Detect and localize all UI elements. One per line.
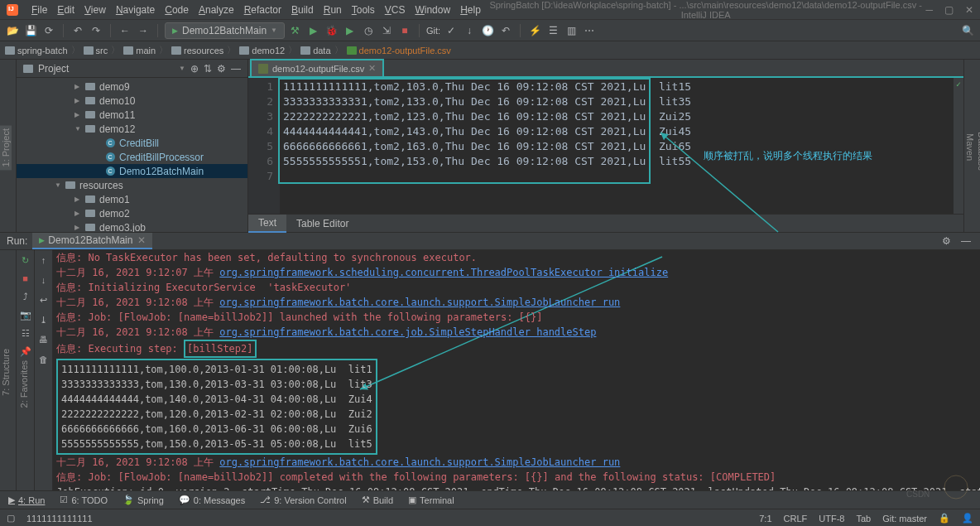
- gear-icon[interactable]: ⚙: [217, 63, 226, 75]
- tree-item-demo10[interactable]: ▶demo10: [17, 94, 247, 108]
- layout-icon[interactable]: ☷: [19, 326, 32, 340]
- hide-icon[interactable]: —: [958, 234, 973, 249]
- menu-refactor[interactable]: Refactor: [239, 4, 286, 16]
- structure-tool-tab[interactable]: 7: Structure: [0, 345, 12, 399]
- project-tool-tab[interactable]: 1: Project: [0, 125, 12, 170]
- menu-navigate[interactable]: Navigate: [111, 4, 160, 16]
- back-icon[interactable]: ←: [118, 23, 132, 38]
- editor-content[interactable]: 1234567 1111111111111,tom2,103.0,Thu Dec…: [248, 78, 963, 214]
- forward-icon[interactable]: →: [136, 23, 151, 38]
- close-tab-icon[interactable]: ✕: [368, 63, 376, 74]
- expand-icon[interactable]: ⇅: [204, 63, 212, 75]
- menu-edit[interactable]: Edit: [52, 4, 79, 16]
- stop-icon[interactable]: ■: [19, 272, 32, 285]
- chevron-down-icon[interactable]: ▼: [179, 65, 185, 72]
- menu-code[interactable]: Code: [160, 4, 194, 16]
- update-icon[interactable]: ✓: [444, 23, 459, 38]
- tree-item-creditbill[interactable]: CCreditBill: [17, 136, 247, 150]
- tree-item-demo1[interactable]: ▶demo1: [17, 192, 247, 206]
- menu-vcs[interactable]: VCS: [380, 4, 411, 16]
- maximize-icon[interactable]: ▢: [944, 4, 954, 16]
- history-icon[interactable]: 🕐: [480, 23, 495, 38]
- cursor-position[interactable]: 7:1: [759, 514, 771, 524]
- more-icon[interactable]: ⋯: [582, 23, 597, 38]
- close-icon[interactable]: ✕: [965, 4, 973, 16]
- lock-icon[interactable]: 🔒: [939, 513, 950, 524]
- close-icon[interactable]: ✕: [137, 234, 146, 246]
- bottom-tab-terminal[interactable]: ▣Terminal: [405, 495, 458, 505]
- bottom-tab-build[interactable]: ⚒Build: [358, 495, 396, 505]
- bottom-tab-messages[interactable]: 💬0: Messages: [175, 495, 248, 505]
- up-icon[interactable]: ↑: [37, 253, 50, 267]
- menu-analyze[interactable]: Analyze: [194, 4, 239, 16]
- encoding[interactable]: UTF-8: [819, 514, 844, 524]
- maven-tool-tab[interactable]: Maven: [964, 130, 976, 164]
- attach-icon[interactable]: ⇲: [379, 23, 394, 38]
- favorites-tool-tab[interactable]: 2: Favorites: [18, 357, 30, 411]
- tree-item-demo11[interactable]: ▶demo11: [17, 108, 247, 122]
- tree-item-demo12batchmain[interactable]: CDemo12BatchMain: [17, 164, 247, 178]
- menu-file[interactable]: File: [26, 4, 52, 16]
- run-config-select[interactable]: ▶ Demo12BatchMain ▼: [165, 22, 285, 39]
- down-icon[interactable]: ↓: [37, 273, 50, 287]
- tree-item-creditbillprocessor[interactable]: CCreditBillProcessor: [17, 150, 247, 164]
- redo-icon[interactable]: ↷: [89, 23, 103, 38]
- menu-run[interactable]: Run: [319, 4, 347, 16]
- git-branch[interactable]: Git: master: [882, 514, 927, 524]
- search-everywhere-icon[interactable]: 🔍: [960, 23, 975, 38]
- build-icon[interactable]: ⚒: [288, 23, 303, 38]
- refresh-icon[interactable]: ⟳: [41, 23, 56, 38]
- database-tool-tab[interactable]: Database: [976, 128, 980, 174]
- menu-build[interactable]: Build: [286, 4, 319, 16]
- menu-view[interactable]: View: [79, 4, 111, 16]
- bottom-tab-todo[interactable]: ☑6: TODO: [56, 495, 111, 505]
- trash-icon[interactable]: 🗑: [37, 353, 50, 366]
- tree-item-demo3.job[interactable]: ▶demo3.job: [17, 220, 247, 232]
- breadcrumb-item[interactable]: demo12-outputFile.csv: [347, 46, 451, 55]
- tree-item-demo12[interactable]: ▼demo12: [17, 122, 247, 136]
- camera-icon[interactable]: 📷: [19, 308, 32, 321]
- commit-icon[interactable]: ↓: [462, 23, 477, 38]
- menu-help[interactable]: Help: [455, 4, 486, 16]
- breadcrumb-item[interactable]: main: [123, 46, 156, 55]
- menu-window[interactable]: Window: [410, 4, 455, 16]
- bottom-tab-run[interactable]: ▶4: Run: [5, 495, 48, 505]
- print-icon[interactable]: 🖶: [37, 333, 50, 346]
- breadcrumb-item[interactable]: data: [300, 46, 330, 55]
- pin-icon[interactable]: 📌: [19, 345, 32, 358]
- target-icon[interactable]: ⊕: [190, 63, 199, 75]
- exit-icon[interactable]: ⤴: [19, 290, 32, 303]
- scroll-icon[interactable]: ⤓: [37, 313, 50, 326]
- save-icon[interactable]: 💾: [23, 23, 38, 38]
- tree-item-resources[interactable]: ▼resources: [17, 178, 247, 192]
- bottom-tab-spring[interactable]: 🍃Spring: [119, 495, 167, 505]
- breadcrumb-item[interactable]: resources: [171, 46, 223, 55]
- profile-icon[interactable]: ◷: [361, 23, 376, 38]
- code-area[interactable]: 1111111111111,tom2,103.0,Thu Dec 16 09:1…: [280, 78, 954, 214]
- bottom-tab-versioncontrol[interactable]: ⎇9: Version Control: [257, 495, 349, 505]
- structure-icon[interactable]: ☰: [545, 23, 560, 38]
- project-tree[interactable]: ▶demo9▶demo10▶demo11▼demo12CCreditBillCC…: [17, 78, 247, 232]
- hide-icon[interactable]: —: [231, 63, 241, 75]
- wrap-icon[interactable]: ↩: [37, 293, 50, 306]
- tree-item-demo2[interactable]: ▶demo2: [17, 206, 247, 220]
- stop-icon[interactable]: ■: [397, 23, 412, 38]
- console-output[interactable]: 信息: No TaskExecutor has been set, defaul…: [53, 250, 980, 490]
- undo-icon[interactable]: ↶: [70, 23, 85, 38]
- run-config-tab[interactable]: ▶ Demo12BatchMain ✕: [32, 233, 152, 249]
- line-separator[interactable]: CRLF: [784, 514, 808, 524]
- open-icon[interactable]: 📂: [5, 23, 20, 38]
- breadcrumb-item[interactable]: src: [84, 46, 108, 55]
- text-view-tab[interactable]: Text: [248, 215, 286, 233]
- debug-icon[interactable]: 🐞: [324, 23, 339, 38]
- breadcrumb-item[interactable]: demo12: [239, 46, 285, 55]
- rollback-icon[interactable]: ↶: [498, 23, 513, 38]
- search-icon[interactable]: ⚡: [527, 23, 542, 38]
- gear-icon[interactable]: ⚙: [939, 234, 954, 249]
- coverage-icon[interactable]: ▶: [343, 23, 358, 38]
- run-icon[interactable]: ▶: [306, 23, 321, 38]
- breadcrumb-item[interactable]: spring-batch: [5, 46, 68, 55]
- db-icon[interactable]: ▥: [564, 23, 579, 38]
- status-icon[interactable]: ▢: [7, 513, 15, 524]
- editor-tab-csv[interactable]: demo12-outputFile.csv ✕: [250, 59, 384, 76]
